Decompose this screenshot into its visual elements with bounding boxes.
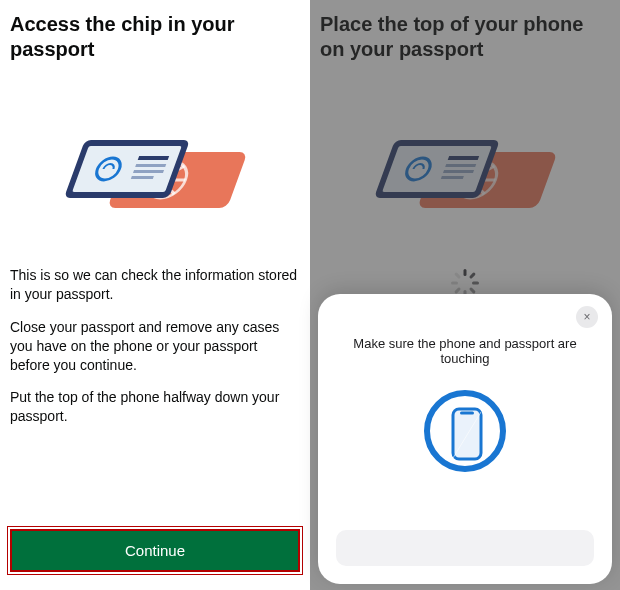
- svg-rect-9: [133, 170, 164, 173]
- svg-rect-7: [138, 156, 169, 160]
- phone-outline-icon: [420, 386, 510, 480]
- close-icon: ×: [583, 310, 590, 324]
- instruction-paragraph-3: Put the top of the phone halfway down yo…: [10, 388, 300, 426]
- passport-phone-illustration: [10, 118, 300, 218]
- svg-rect-29: [454, 272, 461, 279]
- svg-rect-5: [72, 146, 182, 192]
- screen-place-phone: Place the top of your phone on your pass…: [310, 0, 620, 590]
- instruction-paragraph-2: Close your passport and remove any cases…: [10, 318, 300, 375]
- sheet-action-bar[interactable]: [336, 530, 594, 566]
- svg-rect-8: [135, 164, 166, 167]
- svg-rect-32: [460, 412, 474, 415]
- svg-rect-10: [131, 176, 154, 179]
- sheet-message: Make sure the phone and passport are tou…: [336, 336, 594, 366]
- continue-button[interactable]: Continue: [10, 529, 300, 572]
- instruction-paragraph-1: This is so we can check the information …: [10, 266, 300, 304]
- svg-rect-22: [464, 269, 467, 276]
- svg-rect-28: [451, 282, 458, 285]
- screen-access-chip: Access the chip in your passport: [0, 0, 310, 590]
- svg-rect-24: [472, 282, 479, 285]
- svg-rect-27: [454, 287, 461, 294]
- close-button[interactable]: ×: [576, 306, 598, 328]
- page-title: Access the chip in your passport: [10, 12, 300, 62]
- passport-phone-icon: [45, 118, 265, 218]
- svg-rect-25: [469, 287, 476, 294]
- svg-rect-23: [469, 272, 476, 279]
- nfc-scan-sheet: × Make sure the phone and passport are t…: [318, 294, 612, 584]
